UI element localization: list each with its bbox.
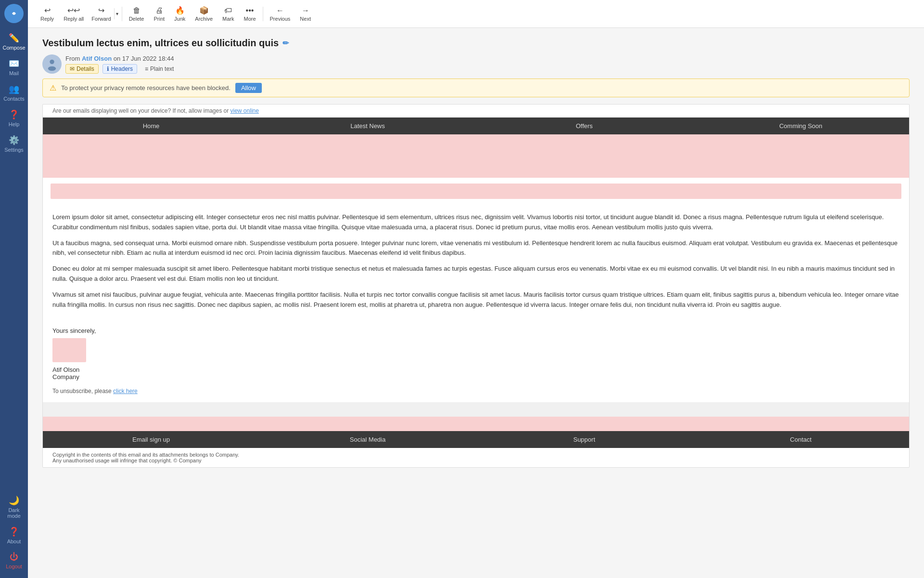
sender-name-link[interactable]: Atif Olson bbox=[82, 55, 112, 62]
sidebar-item-logout[interactable]: ⏻ Logout bbox=[0, 548, 28, 573]
junk-button[interactable]: 🔥 Junk bbox=[169, 3, 190, 25]
sidebar-item-darkmode[interactable]: 🌙 Dark mode bbox=[0, 491, 28, 523]
sidebar-item-compose[interactable]: ✏️ Compose bbox=[0, 29, 28, 54]
forward-button[interactable]: ↪ Forward bbox=[89, 3, 114, 25]
email-actions-row: ✉ Details ℹ Headers ≡ Plain text bbox=[65, 64, 178, 74]
details-button[interactable]: ✉ Details bbox=[65, 64, 99, 74]
previous-button[interactable]: ← Previous bbox=[265, 3, 295, 25]
email-footer-nav: Email sign up Social Media Support Conta… bbox=[43, 431, 909, 448]
email-copyright: Copyright in the contents of this email … bbox=[43, 448, 909, 467]
next-icon: → bbox=[302, 6, 309, 15]
toolbar: ↩ Reply ↩↩ Reply all ↪ Forward ▾ 🗑 Delet… bbox=[28, 0, 924, 28]
svg-point-2 bbox=[48, 66, 56, 71]
email-subject: Vestibulum lectus enim, ultrices eu soll… bbox=[42, 38, 910, 49]
email-signature: Yours sincerely, Atif Olson Company To u… bbox=[43, 323, 909, 402]
more-icon: ••• bbox=[246, 6, 254, 15]
email-nav-latestnews: Latest News bbox=[259, 118, 476, 134]
sidebar-item-help[interactable]: ❓ Help bbox=[0, 105, 28, 131]
delete-button[interactable]: 🗑 Delete bbox=[124, 3, 149, 25]
delete-icon: 🗑 bbox=[133, 6, 141, 15]
archive-button[interactable]: 📦 Archive bbox=[190, 3, 218, 25]
reply-all-icon: ↩↩ bbox=[67, 6, 80, 15]
logout-icon: ⏻ bbox=[10, 552, 18, 562]
print-button[interactable]: 🖨 Print bbox=[149, 3, 169, 25]
sidebar-item-settings[interactable]: ⚙️ Settings bbox=[0, 131, 28, 157]
headers-button[interactable]: ℹ Headers bbox=[103, 64, 137, 74]
junk-icon: 🔥 bbox=[175, 6, 185, 15]
email-nav-comingsoon: Comming Soon bbox=[693, 118, 909, 134]
from-line: From Atif Olson on 17 Jun 2022 18:44 bbox=[65, 55, 178, 62]
mail-icon: ✉️ bbox=[9, 58, 19, 69]
contacts-icon: 👥 bbox=[9, 84, 19, 94]
email-hero-banner bbox=[43, 134, 909, 178]
privacy-bar: ⚠ To protect your privacy remote resourc… bbox=[42, 79, 910, 97]
email-body-card: Are our emails displaying well on your d… bbox=[42, 104, 910, 468]
footer-nav-support: Support bbox=[476, 431, 693, 448]
plaintext-button[interactable]: ≡ Plain text bbox=[141, 65, 178, 73]
forward-button-group: ↪ Forward ▾ bbox=[89, 3, 119, 25]
from-info: From Atif Olson on 17 Jun 2022 18:44 ✉ D… bbox=[65, 55, 178, 74]
mark-button[interactable]: 🏷 Mark bbox=[218, 3, 239, 25]
app-logo bbox=[4, 4, 24, 23]
mark-icon: 🏷 bbox=[224, 6, 232, 15]
sidebar-bottom: 🌙 Dark mode ❓ About ⏻ Logout bbox=[0, 491, 28, 578]
forward-dropdown-button[interactable]: ▾ bbox=[114, 8, 120, 19]
email-area: Vestibulum lectus enim, ultrices eu soll… bbox=[28, 28, 924, 578]
sidebar-item-contacts[interactable]: 👥 Contacts bbox=[0, 80, 28, 105]
help-icon: ❓ bbox=[9, 109, 19, 120]
next-button[interactable]: → Next bbox=[295, 3, 316, 25]
reply-icon: ↩ bbox=[44, 6, 51, 15]
email-body-text: Lorem ipsum dolor sit amet, consectetur … bbox=[43, 205, 909, 323]
footer-spacer bbox=[43, 402, 909, 417]
view-online-link[interactable]: view online bbox=[231, 107, 259, 114]
signature-image bbox=[52, 338, 86, 362]
email-meta: From Atif Olson on 17 Jun 2022 18:44 ✉ D… bbox=[42, 54, 910, 74]
email-nav-bar: Home Latest News Offers Comming Soon bbox=[43, 118, 909, 134]
warning-icon: ⚠ bbox=[50, 83, 56, 92]
toolbar-separator-2 bbox=[263, 7, 263, 21]
toolbar-separator-1 bbox=[122, 7, 122, 21]
unsubscribe-link[interactable]: click here bbox=[113, 388, 138, 394]
compose-icon: ✏️ bbox=[9, 33, 19, 43]
previous-icon: ← bbox=[276, 6, 284, 15]
main-area: ↩ Reply ↩↩ Reply all ↪ Forward ▾ 🗑 Delet… bbox=[28, 0, 924, 578]
footer-pink-band bbox=[43, 417, 909, 431]
edit-subject-icon[interactable]: ✏ bbox=[282, 39, 289, 48]
svg-point-1 bbox=[50, 60, 54, 64]
archive-icon: 📦 bbox=[199, 6, 209, 15]
print-icon: 🖨 bbox=[155, 6, 163, 15]
sidebar-item-mail[interactable]: ✉️ Mail bbox=[0, 54, 28, 80]
allow-button[interactable]: Allow bbox=[235, 83, 262, 93]
reply-all-button[interactable]: ↩↩ Reply all bbox=[59, 3, 89, 25]
moon-icon: 🌙 bbox=[9, 495, 19, 506]
sidebar-item-about[interactable]: ❓ About bbox=[0, 523, 28, 548]
email-nav-home: Home bbox=[43, 118, 259, 134]
reply-button[interactable]: ↩ Reply bbox=[36, 3, 59, 25]
headers-icon: ℹ bbox=[107, 66, 109, 72]
footer-nav-contact: Contact bbox=[693, 431, 909, 448]
sidebar: ✏️ Compose ✉️ Mail 👥 Contacts ❓ Help ⚙️ … bbox=[0, 0, 28, 578]
forward-icon: ↪ bbox=[98, 6, 104, 15]
email-nav-offers: Offers bbox=[476, 118, 693, 134]
email-sub-banner bbox=[51, 184, 901, 199]
more-button[interactable]: ••• More bbox=[239, 3, 260, 25]
footer-nav-signup: Email sign up bbox=[43, 431, 259, 448]
unsubscribe-line: To unsubscribe, please click here bbox=[52, 388, 899, 394]
avatar bbox=[42, 54, 62, 74]
settings-icon: ⚙️ bbox=[9, 135, 19, 145]
footer-nav-social: Social Media bbox=[259, 431, 476, 448]
about-icon: ❓ bbox=[9, 526, 19, 537]
details-icon: ✉ bbox=[70, 66, 75, 72]
plaintext-icon: ≡ bbox=[145, 66, 148, 72]
email-top-note: Are our emails displaying well on your d… bbox=[43, 105, 909, 118]
